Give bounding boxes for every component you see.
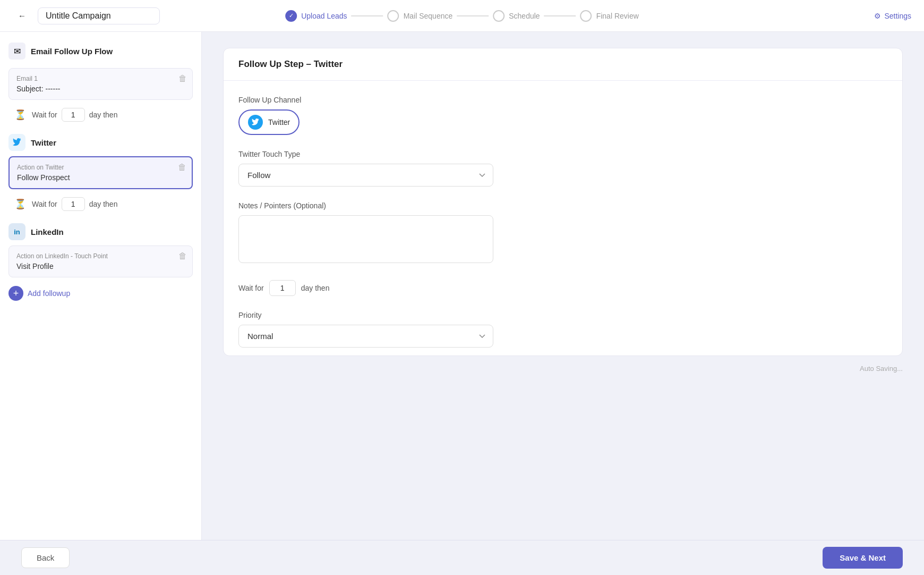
trash-icon: 🗑	[178, 74, 187, 83]
wait-for-row: Wait for day then	[238, 280, 887, 296]
channel-label: Follow Up Channel	[238, 96, 887, 104]
priority-label: Priority	[238, 311, 887, 319]
back-arrow-icon: ←	[18, 11, 26, 20]
email-glyph: ✉	[14, 46, 21, 56]
step-upload-label: Upload Leads	[301, 12, 347, 20]
email-icon: ✉	[8, 43, 25, 60]
touch-type-field-group: Twitter Touch Type Follow Retweet Like D…	[238, 150, 887, 187]
panel-title: Follow Up Step – Twitter	[224, 48, 902, 81]
email-card[interactable]: 🗑 Email 1 Subject: ------	[8, 68, 193, 100]
priority-field-group: Priority Low Normal High	[238, 311, 887, 348]
linkedin-section-header: in LinkedIn	[8, 223, 193, 240]
wait-for-input[interactable]	[269, 280, 296, 296]
wait-input-1[interactable]	[62, 108, 85, 122]
linkedin-section-icon: in	[8, 223, 25, 240]
step-mail-circle	[388, 10, 399, 22]
back-nav-button[interactable]: ←	[13, 8, 31, 23]
wait-suffix-2: day then	[89, 200, 118, 208]
back-button[interactable]: Back	[21, 547, 70, 568]
wait-for-label: Wait for	[238, 284, 264, 292]
twitter-card-value: Follow Prospect	[17, 173, 184, 182]
channel-field-group: Follow Up Channel Twitter	[238, 96, 887, 135]
add-followup-label: Add followup	[28, 289, 70, 298]
step-mail[interactable]: Mail Sequence	[388, 10, 453, 22]
linkedin-card-value: Visit Profile	[16, 262, 185, 270]
panel: Follow Up Step – Twitter Follow Up Chann…	[223, 48, 903, 356]
campaign-title-input[interactable]	[38, 7, 160, 24]
trash-icon-twitter: 🗑	[178, 163, 186, 172]
trash-icon-linkedin: 🗑	[178, 251, 187, 260]
linkedin-glyph: in	[14, 228, 20, 236]
steps-nav: ✓ Upload Leads Mail Sequence Schedule Fi…	[285, 10, 639, 22]
email-card-subject: Subject: ------	[16, 84, 185, 93]
touch-type-select[interactable]: Follow Retweet Like Direct Message	[238, 164, 493, 187]
step-schedule-circle	[493, 10, 504, 22]
twitter-delete-button[interactable]: 🗑	[178, 163, 186, 172]
save-next-button[interactable]: Save & Next	[823, 547, 903, 569]
gear-icon: ⚙	[874, 12, 881, 20]
step-mail-label: Mail Sequence	[404, 12, 453, 20]
channel-name: Twitter	[268, 118, 290, 126]
wait-input-2[interactable]	[62, 197, 85, 211]
channel-option-twitter[interactable]: Twitter	[238, 109, 300, 135]
step-review-circle	[580, 10, 592, 22]
right-content: Follow Up Step – Twitter Follow Up Chann…	[202, 32, 924, 575]
main-layout: ✉ Email Follow Up Flow 🗑 Email 1 Subject…	[0, 32, 924, 575]
wait-label-2: Wait for	[32, 200, 57, 208]
twitter-card-label: Action on Twitter	[17, 164, 184, 171]
twitter-section-title: Twitter	[31, 138, 56, 147]
add-circle-icon: +	[8, 286, 23, 301]
step-line-3	[544, 15, 576, 16]
settings-label: Settings	[884, 12, 911, 20]
linkedin-card[interactable]: 🗑 Action on LinkedIn - Touch Point Visit…	[8, 246, 193, 277]
step-line-1	[352, 15, 383, 16]
linkedin-card-label: Action on LinkedIn - Touch Point	[16, 252, 185, 260]
step-review[interactable]: Final Review	[580, 10, 639, 22]
twitter-section-icon	[8, 134, 25, 151]
twitter-section-header: Twitter	[8, 134, 193, 151]
sidebar-flow-header: ✉ Email Follow Up Flow	[8, 43, 193, 60]
notes-field-group: Notes / Pointers (Optional)	[238, 201, 887, 265]
step-line-2	[457, 15, 489, 16]
email-card-label: Email 1	[16, 75, 185, 82]
touch-type-label: Twitter Touch Type	[238, 150, 887, 158]
twitter-card[interactable]: 🗑 Action on Twitter Follow Prospect	[8, 156, 193, 189]
notes-label: Notes / Pointers (Optional)	[238, 201, 887, 210]
linkedin-delete-button[interactable]: 🗑	[178, 251, 187, 261]
settings-button[interactable]: ⚙ Settings	[874, 12, 911, 20]
step-upload-circle: ✓	[285, 10, 297, 22]
auto-saving-text: Auto Saving...	[860, 365, 903, 373]
step-review-label: Final Review	[596, 12, 639, 20]
wait-row-1: ⏳ Wait for day then	[8, 102, 193, 128]
wait-label-1: Wait for	[32, 111, 57, 119]
email-delete-button[interactable]: 🗑	[178, 74, 187, 83]
twitter-badge-icon	[248, 115, 263, 130]
linkedin-section-title: LinkedIn	[31, 227, 64, 236]
hourglass-icon-1: ⏳	[13, 107, 28, 122]
top-nav: ← ✓ Upload Leads Mail Sequence Schedule …	[0, 0, 924, 32]
hourglass-icon-2: ⏳	[13, 197, 28, 212]
sidebar: ✉ Email Follow Up Flow 🗑 Email 1 Subject…	[0, 32, 202, 575]
bottom-bar: Back Save & Next	[0, 540, 924, 575]
wait-row-2: ⏳ Wait for day then	[8, 191, 193, 217]
priority-select[interactable]: Low Normal High	[238, 325, 493, 348]
notes-textarea[interactable]	[238, 215, 493, 263]
sidebar-flow-title: Email Follow Up Flow	[31, 47, 113, 56]
panel-body: Follow Up Channel Twitter Twitter Touch …	[224, 81, 902, 356]
add-followup-button[interactable]: + Add followup	[8, 286, 70, 301]
step-schedule-label: Schedule	[509, 12, 540, 20]
step-schedule[interactable]: Schedule	[493, 10, 540, 22]
check-icon: ✓	[289, 12, 294, 19]
wait-for-suffix: day then	[301, 284, 330, 292]
step-upload[interactable]: ✓ Upload Leads	[285, 10, 347, 22]
wait-suffix-1: day then	[89, 111, 118, 119]
